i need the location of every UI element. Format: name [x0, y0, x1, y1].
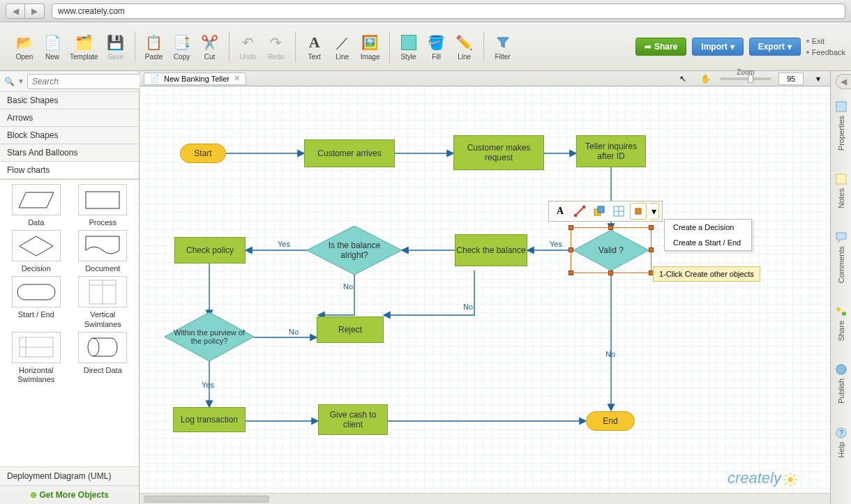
dock-help[interactable]: ?Help — [835, 427, 848, 458]
sidebar-cat-basic-shapes[interactable]: Basic Shapes — [0, 92, 139, 109]
context-toolbar: A ▾ — [548, 201, 663, 222]
dock-properties[interactable]: Properties — [835, 100, 848, 151]
line-style-button[interactable]: ✏️Line — [451, 27, 478, 66]
fill-icon: 🪣 — [426, 32, 447, 53]
save-icon: 💾 — [105, 32, 126, 53]
tab-close-button[interactable]: ✕ — [234, 74, 240, 83]
edge-label: No — [343, 282, 353, 291]
node-reject[interactable]: Reject — [317, 316, 384, 343]
dock-share[interactable]: Share — [835, 305, 848, 341]
node-check-policy[interactable]: Check policy — [174, 237, 246, 264]
ctx-menu-create-terminator[interactable]: Create a Start / End — [665, 235, 751, 250]
new-button[interactable]: 📄New — [39, 27, 66, 66]
exit-link[interactable]: Exit — [806, 37, 845, 45]
svg-point-29 — [842, 312, 846, 316]
svg-rect-0 — [86, 192, 119, 208]
shape-search-input[interactable] — [27, 74, 142, 89]
image-button[interactable]: 🖼️Image — [357, 27, 384, 66]
file-icon: 📄 — [42, 32, 63, 53]
export-button[interactable]: Export ▾ — [749, 38, 801, 56]
svg-line-22 — [785, 475, 788, 477]
get-more-objects-button[interactable]: ⊕ Get More Objects — [0, 485, 139, 504]
undo-button[interactable]: ↶Undo — [235, 27, 262, 66]
fill-button[interactable]: 🪣Fill — [423, 27, 450, 66]
shape-sidebar: 🔍 ▼ Basic Shapes Arrows Block Shapes Sta… — [0, 71, 140, 504]
open-button[interactable]: 📂Open — [11, 27, 38, 66]
nav-forward-button[interactable]: ▶ — [25, 3, 45, 19]
tab-bar: 📄 New Banking Teller ✕ ↖ ✋ Zoom ▾ — [140, 71, 830, 86]
edge-label: No — [605, 350, 615, 358]
shape-decision[interactable]: Decision — [4, 230, 68, 273]
cut-button[interactable]: ✂️Cut — [197, 27, 223, 66]
zoom-slider[interactable] — [720, 77, 771, 80]
ctx-text-button[interactable]: A — [552, 203, 568, 220]
paste-button[interactable]: 📋Paste — [141, 27, 167, 66]
template-button[interactable]: 🗂️Template — [67, 27, 101, 66]
zoom-dropdown[interactable]: ▾ — [811, 72, 826, 85]
import-button[interactable]: Import ▾ — [692, 38, 743, 56]
filter-button[interactable]: Filter — [490, 27, 516, 66]
browser-bar: ◀ ▶ www.creately.com — [0, 0, 851, 22]
node-start[interactable]: Start — [180, 144, 226, 163]
copy-button[interactable]: 📑Copy — [169, 27, 195, 66]
text-icon: A — [304, 32, 325, 53]
dock-collapse-button[interactable]: ◀ — [836, 74, 851, 89]
share-button[interactable]: ➦ Share — [635, 38, 686, 56]
text-button[interactable]: AText — [301, 27, 328, 66]
ctx-menu-create-decision[interactable]: Create a Decision — [665, 220, 751, 235]
ctx-create-dropdown[interactable] — [630, 203, 647, 220]
save-button[interactable]: 💾Save — [103, 27, 129, 66]
url-input[interactable]: www.creately.com — [52, 3, 845, 19]
node-customer-request[interactable]: Customer makes request — [453, 135, 544, 170]
shape-document[interactable]: Document — [71, 230, 135, 273]
dock-publish[interactable]: Publish — [835, 363, 848, 404]
shape-vswimlanes[interactable]: Vertical Swimlanes — [71, 276, 135, 328]
svg-text:?: ? — [839, 429, 843, 437]
horizontal-scrollbar[interactable] — [140, 493, 830, 504]
node-customer-arrives[interactable]: Customer arrives — [304, 139, 395, 167]
feedback-link[interactable]: Feedback — [806, 48, 845, 56]
sidebar-cat-flowcharts[interactable]: Flow charts — [0, 162, 139, 179]
sidebar-deployment-uml[interactable]: Deployment Diagram (UML) — [0, 466, 139, 485]
edge-label: Yes — [202, 381, 214, 389]
svg-rect-12 — [598, 206, 604, 213]
sidebar-cat-stars[interactable]: Stars And Balloons — [0, 144, 139, 162]
zoom-input[interactable] — [778, 72, 804, 85]
shape-data[interactable]: Data — [4, 184, 68, 227]
node-end[interactable]: End — [586, 411, 635, 431]
nav-back-button[interactable]: ◀ — [6, 3, 25, 19]
node-balance-ok[interactable]: Is the balance alright? — [307, 226, 402, 275]
shape-process[interactable]: Process — [71, 184, 135, 227]
edge-label: Yes — [278, 240, 290, 248]
hand-tool[interactable]: ✋ — [698, 72, 713, 85]
pencil-icon: ✏️ — [454, 32, 475, 53]
svg-line-25 — [794, 475, 796, 477]
ctx-arrange-button[interactable] — [591, 203, 608, 220]
document-tab[interactable]: 📄 New Banking Teller ✕ — [144, 72, 246, 85]
node-teller-inquires[interactable]: Teller inquires after ID — [576, 135, 646, 167]
image-icon: 🖼️ — [360, 32, 381, 53]
node-check-balance[interactable]: Check the balance — [455, 234, 527, 266]
node-valid[interactable]: Valid ? — [573, 230, 649, 270]
style-button[interactable]: Style — [396, 27, 422, 66]
shape-directdata[interactable]: Direct Data — [71, 332, 135, 384]
sidebar-cat-arrows[interactable]: Arrows — [0, 109, 139, 127]
node-within-policy[interactable]: Within the purview of the policy? — [165, 312, 254, 361]
filter-icon — [492, 32, 513, 53]
ctx-create-arrow[interactable]: ▾ — [649, 203, 659, 220]
shape-terminator[interactable]: Start / End — [4, 276, 68, 328]
svg-point-17 — [788, 477, 792, 482]
dock-comments[interactable]: Comments — [835, 231, 848, 283]
dock-notes[interactable]: Notes — [835, 173, 848, 208]
canvas[interactable]: Yes Yes No No No Yes No Start Customer a… — [140, 86, 830, 504]
ctx-connector-button[interactable] — [571, 203, 588, 220]
node-give-cash[interactable]: Give cash to client — [318, 404, 388, 435]
cut-icon: ✂️ — [199, 32, 220, 53]
redo-button[interactable]: ↷Redo — [263, 27, 289, 66]
line-button[interactable]: ／Line — [329, 27, 356, 66]
pointer-tool[interactable]: ↖ — [675, 72, 691, 85]
shape-hswimlanes[interactable]: Horizontal Swimlanes — [4, 332, 68, 384]
sidebar-cat-block-shapes[interactable]: Block Shapes — [0, 127, 139, 144]
ctx-grid-button[interactable] — [610, 203, 627, 220]
node-log-transaction[interactable]: Log transaction — [173, 407, 246, 432]
